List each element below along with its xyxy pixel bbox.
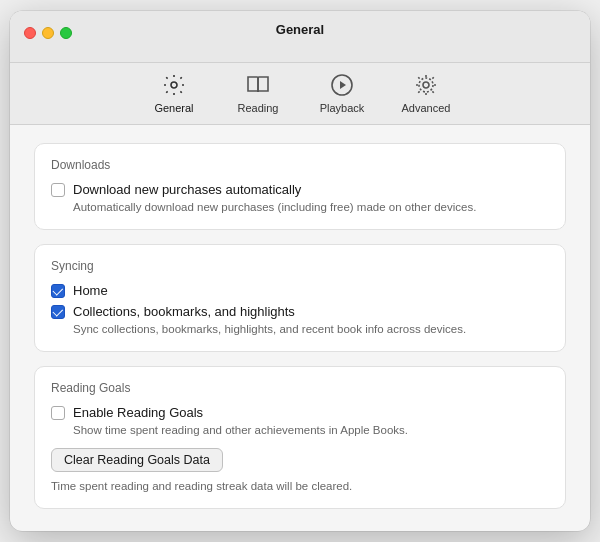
- playback-icon: [328, 71, 356, 99]
- reading-goals-section: Reading Goals Enable Reading Goals Show …: [34, 366, 566, 509]
- minimize-button[interactable]: [42, 27, 54, 39]
- enable-goals-desc: Show time spent reading and other achiev…: [73, 422, 408, 438]
- tab-advanced[interactable]: Advanced: [398, 71, 454, 114]
- sync-home-checkbox[interactable]: [51, 284, 65, 298]
- auto-download-desc: Automatically download new purchases (in…: [73, 199, 476, 215]
- auto-download-title: Download new purchases automatically: [73, 182, 476, 197]
- window-title: General: [276, 23, 324, 36]
- svg-marker-2: [340, 81, 346, 89]
- sync-home-text-group: Home: [73, 283, 108, 298]
- syncing-section: Syncing Home Collections, bookmarks, and…: [34, 244, 566, 352]
- tab-playback[interactable]: Playback: [314, 71, 370, 114]
- sync-home-row: Home: [51, 283, 549, 298]
- clear-reading-goals-button[interactable]: Clear Reading Goals Data: [51, 448, 223, 472]
- tab-advanced-label: Advanced: [402, 102, 451, 114]
- enable-goals-title: Enable Reading Goals: [73, 405, 408, 420]
- tab-reading[interactable]: Reading: [230, 71, 286, 114]
- sync-collections-row: Collections, bookmarks, and highlights S…: [51, 304, 549, 337]
- downloads-label: Downloads: [51, 158, 549, 172]
- enable-goals-checkbox[interactable]: [51, 406, 65, 420]
- advanced-icon: [412, 71, 440, 99]
- tab-general[interactable]: General: [146, 71, 202, 114]
- sync-collections-text-group: Collections, bookmarks, and highlights S…: [73, 304, 466, 337]
- svg-point-4: [419, 78, 433, 92]
- general-icon: [160, 71, 188, 99]
- toolbar: General Reading Playback: [10, 63, 590, 125]
- reading-icon: [244, 71, 272, 99]
- traffic-lights: [24, 27, 72, 39]
- clear-desc: Time spent reading and reading streak da…: [51, 478, 549, 494]
- svg-point-3: [423, 82, 429, 88]
- sync-home-title: Home: [73, 283, 108, 298]
- auto-download-text-group: Download new purchases automatically Aut…: [73, 182, 476, 215]
- close-button[interactable]: [24, 27, 36, 39]
- sync-collections-desc: Sync collections, bookmarks, highlights,…: [73, 321, 466, 337]
- reading-goals-label: Reading Goals: [51, 381, 549, 395]
- title-bar: General: [10, 11, 590, 63]
- auto-download-row: Download new purchases automatically Aut…: [51, 182, 549, 215]
- maximize-button[interactable]: [60, 27, 72, 39]
- enable-goals-row: Enable Reading Goals Show time spent rea…: [51, 405, 549, 438]
- auto-download-checkbox[interactable]: [51, 183, 65, 197]
- syncing-label: Syncing: [51, 259, 549, 273]
- tab-playback-label: Playback: [320, 102, 365, 114]
- app-window: General General Reading: [10, 11, 590, 531]
- downloads-section: Downloads Download new purchases automat…: [34, 143, 566, 230]
- tab-general-label: General: [154, 102, 193, 114]
- svg-point-0: [171, 82, 177, 88]
- clear-button-area: Clear Reading Goals Data Time spent read…: [51, 446, 549, 494]
- sync-collections-title: Collections, bookmarks, and highlights: [73, 304, 466, 319]
- content-area: Downloads Download new purchases automat…: [10, 125, 590, 531]
- enable-goals-text-group: Enable Reading Goals Show time spent rea…: [73, 405, 408, 438]
- tab-reading-label: Reading: [238, 102, 279, 114]
- sync-collections-checkbox[interactable]: [51, 305, 65, 319]
